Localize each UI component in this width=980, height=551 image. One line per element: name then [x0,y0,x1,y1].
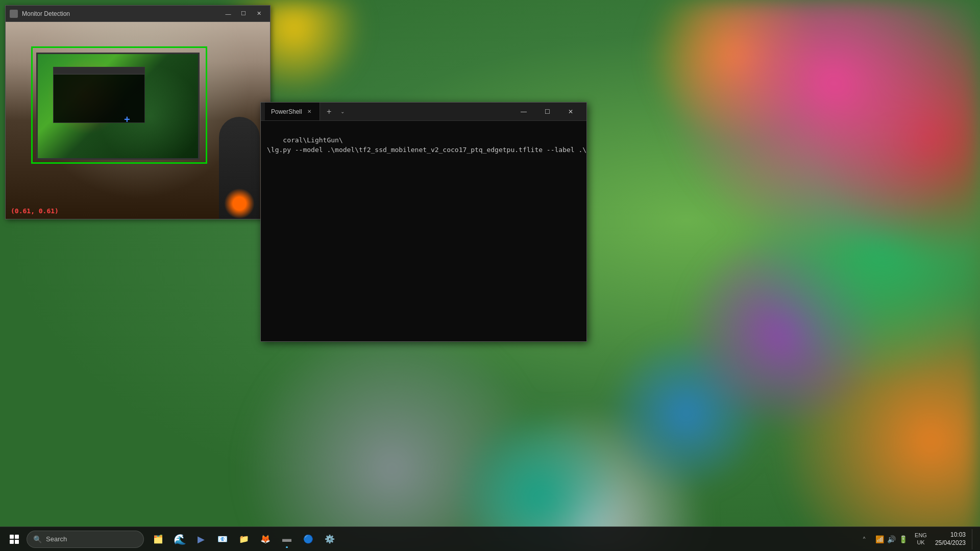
powershell-window: PowerShell ✕ + ⌄ — ☐ ✕ coral\LightGun\ \… [260,102,587,342]
start-button[interactable] [4,529,24,549]
monitor-titlebar: Monitor Detection — ☐ ✕ [6,6,270,22]
camera-photo: (0.61, 0.61) [6,22,270,219]
edge-icon: 🌊 [174,533,186,545]
monitor-close-button[interactable]: ✕ [252,8,266,19]
search-placeholder-text: Search [46,535,67,543]
system-tray-expand-button[interactable]: ^ [858,529,870,549]
powershell-minimize-button[interactable]: — [512,103,535,121]
powershell-maximize-button[interactable]: ☐ [535,103,559,121]
inner-terminal-titlebar [54,67,144,74]
monitor-window-title: Monitor Detection [22,10,217,17]
language-text: ENG [915,532,927,539]
taskbar-app-files[interactable]: 📁 [234,529,254,549]
language-selector[interactable]: ENG UK [913,532,929,545]
monitor-content-area: (0.61, 0.61) [6,22,270,219]
monitor-detection-window: Monitor Detection — ☐ ✕ (0.6 [5,5,271,219]
system-tray-icons: 📶 🔊 🔋 [872,535,911,543]
files-icon: 📁 [239,534,249,544]
misc-app-icon: ⚙️ [325,534,335,544]
time-display: 10:03 [950,531,966,539]
outlook-icon: 📧 [217,534,228,544]
taskbar: 🔍 Search 🗂️ 🌊 ▶ 📧 📁 🦊 ▬ 🔵 ⚙️ [0,527,980,551]
taskbar-app-firefox[interactable]: 🦊 [255,529,276,549]
powershell-tab-label: PowerShell [271,108,302,115]
taskbar-app-terminal[interactable]: ▬ [277,529,297,549]
search-icon: 🔍 [33,535,42,543]
ps-line-2: \lg.py --model .\model\tf2_ssd_mobilenet… [267,146,586,154]
powershell-window-controls: — ☐ ✕ [512,103,582,121]
taskbar-app-misc[interactable]: ⚙️ [320,529,340,549]
speaker-icon[interactable]: 🔊 [887,535,896,543]
taskbar-app-icons: 🗂️ 🌊 ▶ 📧 📁 🦊 ▬ 🔵 ⚙️ [148,529,340,549]
monitor-minimize-button[interactable]: — [221,8,235,19]
chrome-icon: 🔵 [303,534,313,544]
inner-terminal-overlay [53,67,145,123]
new-tab-button[interactable]: + [322,105,336,119]
taskbar-app-outlook[interactable]: 📧 [212,529,233,549]
taskbar-system-tray: ^ 📶 🔊 🔋 ENG UK 10:03 25/04/2023 [858,529,976,549]
region-text: UK [917,539,924,546]
coordinate-display: (0.61, 0.61) [11,207,59,215]
microphone-device [219,117,260,219]
wifi-icon[interactable]: 📶 [875,535,884,543]
monitor-app-icon [10,10,18,18]
windows-logo-icon [10,535,19,544]
ps-line-1: coral\LightGun\ [283,136,342,144]
monitor-window-controls: — ☐ ✕ [221,8,266,19]
powershell-tab[interactable]: PowerShell ✕ [265,103,320,120]
powershell-close-button[interactable]: ✕ [559,103,582,121]
battery-icon[interactable]: 🔋 [899,535,908,543]
tab-dropdown-button[interactable]: ⌄ [336,106,349,118]
powershell-titlebar: PowerShell ✕ + ⌄ — ☐ ✕ [261,103,586,121]
taskbar-app-chrome[interactable]: 🔵 [298,529,318,549]
inner-monitor-screen [38,54,198,158]
monitor-maximize-button[interactable]: ☐ [236,8,251,19]
inner-monitor [36,53,200,160]
taskbar-app-powershell[interactable]: ▶ [191,529,211,549]
firefox-icon: 🦊 [260,534,271,544]
taskbar-app-file-explorer[interactable]: 🗂️ [148,529,168,549]
date-display: 25/04/2023 [935,539,966,547]
show-desktop-button[interactable] [972,529,976,549]
taskbar-app-edge[interactable]: 🌊 [169,529,190,549]
powershell-tab-close[interactable]: ✕ [305,108,313,116]
datetime-display[interactable]: 10:03 25/04/2023 [931,531,970,547]
terminal-icon: ▬ [282,534,291,544]
powershell-icon: ▶ [198,534,205,545]
taskbar-search-bar[interactable]: 🔍 Search [27,531,144,548]
file-explorer-icon: 🗂️ [153,534,163,544]
powershell-terminal-content[interactable]: coral\LightGun\ \lg.py --model .\model\t… [261,121,586,341]
